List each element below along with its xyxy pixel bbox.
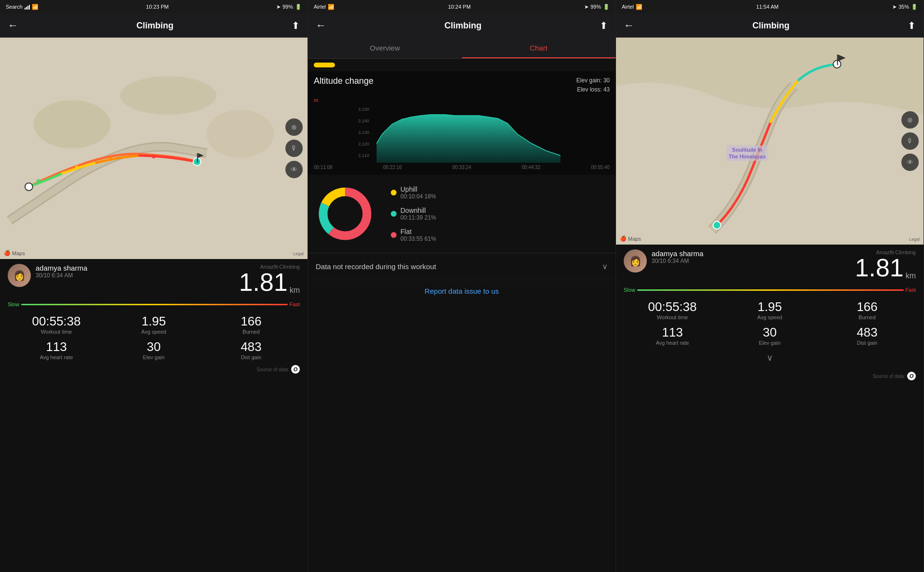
- legend-dot-downhill-2: [391, 211, 397, 217]
- wifi-icon-3: 📶: [636, 4, 642, 10]
- svg-point-4: [37, 179, 40, 183]
- legend-sub-flat-2: 00:33:55 61%: [400, 235, 436, 242]
- stat-value-1-1: 1.95: [141, 314, 166, 329]
- user-info-3: adamya sharma 30/10 6:34 AM: [652, 249, 850, 264]
- stat-label-1-4: Elev gain: [143, 354, 165, 360]
- donut-svg-2: [314, 182, 376, 245]
- distance-row-1: 1.81 km: [239, 270, 300, 295]
- status-left-1: Search 📶: [6, 4, 38, 10]
- stat-value-1-4: 30: [147, 339, 161, 354]
- gps-icon-3: ➤: [892, 4, 897, 10]
- stat-workout-time-3: 00:55:38 Workout time: [624, 299, 721, 320]
- status-right-1: ➤ 99%🔋: [276, 4, 302, 10]
- panel-3: Airtel 📶 11:54 AM ➤ 35%🔋 ← Climbing ⬆: [616, 0, 924, 572]
- stat-value-3-2: 166: [857, 299, 877, 314]
- back-button-2[interactable]: ←: [316, 19, 326, 32]
- stat-label-3-4: Elev gain: [759, 340, 781, 346]
- stat-label-1-0: Workout time: [41, 329, 72, 335]
- stat-avg-speed-3: 1.95 Avg speed: [721, 299, 818, 320]
- map-controls-1: ⊗ 🎙 👁: [285, 118, 303, 178]
- time-1: 10:23 PM: [146, 4, 168, 10]
- legend-pct-flat: 61%: [424, 235, 436, 242]
- stat-elev-gain-1: 30 Elev gain: [105, 339, 202, 360]
- map-1: ⊗ 🎙 👁 🍎 Maps Legal: [0, 38, 308, 259]
- place-label-3: Soulitude InThe Himalayas: [727, 145, 768, 161]
- share-button-1[interactable]: ⬆: [292, 20, 300, 31]
- page-title-1: Climbing: [137, 21, 174, 31]
- stat-burned-1: 166 Burned: [203, 314, 300, 335]
- carrier-3: Airtel: [622, 4, 634, 10]
- user-date-3: 30/10 6:34 AM: [652, 258, 850, 264]
- pace-bar-track-1: [21, 304, 288, 305]
- legend-info-downhill-2: Downhill 00:11:39 21%: [400, 207, 436, 221]
- legend-sub-uphill-2: 00:10:04 18%: [400, 193, 436, 200]
- tab-overview-2[interactable]: Overview: [308, 38, 462, 58]
- stats-grid-1: 00:55:38 Workout time 1.95 Avg speed 166…: [8, 314, 300, 360]
- distance-value-1: 1.81: [239, 270, 287, 295]
- dnr-chevron-icon-2: ∨: [602, 262, 608, 271]
- back-button-1[interactable]: ←: [8, 19, 18, 32]
- eye-toggle-3[interactable]: 👁: [901, 154, 919, 171]
- pace-slow-3: Slow: [624, 287, 635, 293]
- svg-point-22: [713, 221, 721, 229]
- legend-label-uphill-2: Uphill: [400, 185, 436, 193]
- stat-label-1-2: Burned: [243, 329, 259, 335]
- stat-value-3-5: 483: [857, 325, 877, 340]
- svg-text:2,130: 2,130: [359, 130, 370, 135]
- time-2: 10:24 PM: [448, 4, 471, 10]
- elev-stats-2: Elev gain: 30 Elev loss: 43: [577, 76, 610, 94]
- stat-label-3-5: Dist gain: [857, 340, 877, 346]
- layer-toggle-3[interactable]: 🎙: [901, 132, 919, 150]
- report-link-button-2[interactable]: Report data issue to us: [424, 287, 499, 295]
- stat-heart-rate-1: 113 Avg heart rate: [8, 339, 105, 360]
- battery-3: 35%: [898, 4, 909, 10]
- battery-1: 99%: [282, 4, 293, 10]
- stat-burned-3: 166 Burned: [819, 299, 916, 320]
- satellite-toggle-3[interactable]: ⊗: [901, 111, 919, 129]
- legend-sub-downhill-2: 00:11:39 21%: [400, 214, 436, 221]
- stat-value-3-4: 30: [763, 325, 777, 340]
- stat-label-1-5: Dist gain: [241, 354, 261, 360]
- chart-unit-2: m: [314, 97, 610, 103]
- back-button-3[interactable]: ←: [624, 19, 634, 32]
- data-not-recorded-section-2[interactable]: Data not recorded during this workout ∨: [308, 253, 616, 280]
- legend-dot-uphill-2: [391, 190, 397, 195]
- legend-label-downhill-2: Downhill: [400, 207, 436, 214]
- legend-dot-flat-2: [391, 232, 397, 238]
- page-title-2: Climbing: [445, 21, 482, 31]
- bar3: [27, 6, 28, 10]
- legend-label-flat-2: Flat: [400, 228, 436, 235]
- eye-toggle-1[interactable]: 👁: [285, 161, 303, 178]
- stat-value-1-3: 113: [46, 339, 66, 354]
- time-label-1: 00:22:16: [383, 165, 402, 170]
- source-row-1: Source of data: O: [8, 365, 300, 374]
- status-left-3: Airtel 📶: [622, 4, 642, 10]
- tab-chart-2[interactable]: Chart: [462, 38, 616, 58]
- bar4: [29, 5, 30, 10]
- more-button-3[interactable]: ∨: [624, 349, 916, 367]
- stats-panel-3: 👩 adamya sharma 30/10 6:34 AM Amazfit·Cl…: [616, 245, 924, 572]
- place-name-3: Soulitude InThe Himalayas: [729, 147, 766, 159]
- gps-icon-2: ➤: [584, 4, 589, 10]
- share-button-3[interactable]: ⬆: [908, 20, 916, 31]
- distance-row-3: 1.81 km: [855, 255, 916, 280]
- battery-2: 99%: [590, 4, 601, 10]
- user-date-1: 30/10 6:34 AM: [36, 272, 234, 279]
- svg-point-20: [331, 200, 359, 228]
- stat-heart-rate-3: 113 Avg heart rate: [624, 325, 721, 346]
- donut-section-2: Uphill 00:10:04 18% Downhill 00:11:39: [308, 175, 616, 253]
- svg-point-8: [25, 183, 33, 191]
- donut-chart-2: [314, 182, 376, 245]
- avatar-img-3: 👩: [624, 249, 647, 273]
- status-bar-3: Airtel 📶 11:54 AM ➤ 35%🔋: [616, 0, 924, 13]
- avatar-img-1: 👩: [8, 264, 31, 287]
- stat-value-3-0: 00:55:38: [648, 299, 697, 314]
- layer-toggle-1[interactable]: 🎙: [285, 140, 303, 157]
- share-button-2[interactable]: ⬆: [600, 20, 608, 31]
- stat-dist-gain-1: 483 Dist gain: [203, 339, 300, 360]
- signal-bars-1: [25, 4, 30, 10]
- tab-overview-label-2: Overview: [370, 44, 400, 52]
- stat-dist-gain-3: 483 Dist gain: [819, 325, 916, 346]
- yellow-progress-bar-2: [314, 63, 335, 67]
- satellite-toggle-1[interactable]: ⊗: [285, 118, 303, 136]
